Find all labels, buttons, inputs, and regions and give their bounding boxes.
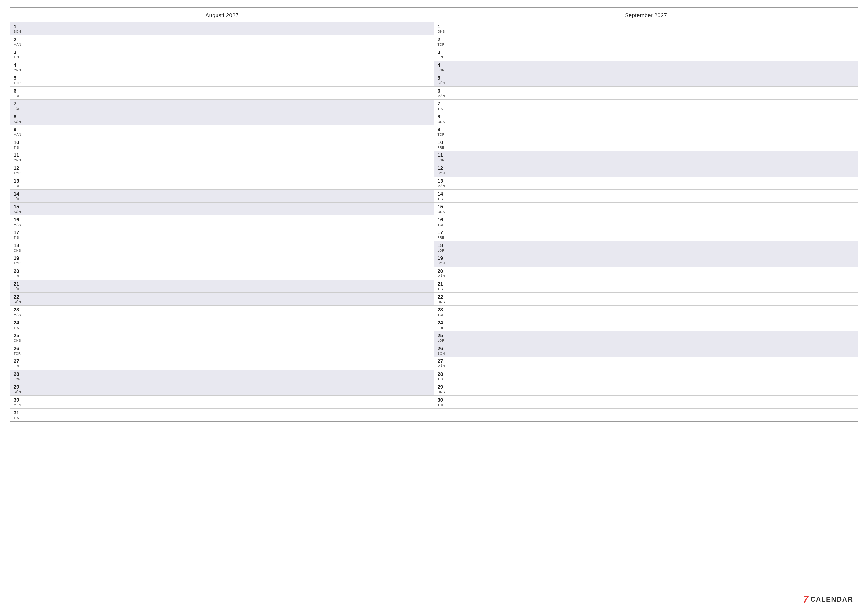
day-name: TIS [14, 56, 23, 59]
day-cell: 17 TIS [14, 230, 23, 239]
day-number: 13 [438, 178, 448, 184]
day-cell: 12 SÖN [438, 165, 448, 175]
day-name: MÅN [14, 133, 23, 137]
day-name: SÖN [438, 81, 448, 85]
day-number: 30 [438, 397, 448, 403]
day-name: FRE [438, 326, 448, 330]
day-name: MÅN [14, 313, 23, 317]
day-number: 15 [438, 204, 448, 210]
day-name: TOR [438, 133, 448, 137]
day-number: 20 [14, 268, 23, 274]
day-number: 21 [438, 281, 448, 287]
day-cell: 22 ONS [438, 294, 448, 304]
day-cell: 9 TOR [438, 127, 448, 137]
day-number: 26 [438, 346, 448, 351]
day-name: MÅN [14, 43, 23, 46]
day-number: 25 [14, 333, 23, 338]
day-number: 22 [14, 294, 23, 300]
september-day-row: 13 MÅN [434, 177, 858, 190]
day-name: ONS [438, 210, 448, 214]
day-name: MÅN [438, 274, 448, 278]
day-name: TOR [438, 223, 448, 227]
day-name: TIS [438, 287, 448, 291]
day-number: 10 [438, 140, 448, 145]
august-day-row: 11 ONS [10, 151, 434, 164]
page: Augusti 2027 1 SÖN 2 MÅN 3 TIS 4 ONS 5 [0, 0, 868, 614]
day-name: LÖR [14, 197, 23, 201]
day-name: ONS [14, 68, 23, 72]
day-number: 6 [438, 88, 448, 93]
day-number: 22 [438, 294, 448, 300]
day-name: TOR [438, 313, 448, 317]
day-cell: 4 ONS [14, 62, 23, 72]
august-day-row: 19 TOR [10, 254, 434, 267]
september-day-row: 3 FRE [434, 48, 858, 61]
day-cell: 11 LÖR [438, 152, 448, 162]
september-day-row: 25 LÖR [434, 331, 858, 344]
day-name: FRE [14, 274, 23, 278]
september-day-row: 16 TOR [434, 215, 858, 228]
august-day-row: 20 FRE [10, 267, 434, 280]
day-number: 2 [438, 37, 448, 42]
calendar-icon: 7 [803, 595, 808, 604]
day-number: 14 [438, 191, 448, 197]
september-day-row: 28 TIS [434, 370, 858, 383]
august-day-row: 27 FRE [10, 357, 434, 370]
august-calendar: Augusti 2027 1 SÖN 2 MÅN 3 TIS 4 ONS 5 [10, 8, 434, 422]
calendars-wrapper: Augusti 2027 1 SÖN 2 MÅN 3 TIS 4 ONS 5 [10, 8, 858, 422]
september-day-row: 6 MÅN [434, 87, 858, 99]
september-day-row: 22 ONS [434, 293, 858, 306]
day-name: SÖN [14, 30, 23, 33]
august-day-row: 25 ONS [10, 331, 434, 344]
august-day-row: 15 SÖN [10, 202, 434, 215]
day-cell: 26 TOR [14, 346, 23, 355]
day-cell: 13 FRE [14, 178, 23, 188]
september-day-row: 14 TIS [434, 190, 858, 202]
day-name: SÖN [14, 120, 23, 124]
day-cell: 14 LÖR [14, 191, 23, 201]
day-cell: 16 TOR [438, 217, 448, 227]
day-name: FRE [438, 236, 448, 239]
day-cell: 12 TOR [14, 165, 23, 175]
day-name: MÅN [438, 364, 448, 368]
day-name: FRE [14, 364, 23, 368]
day-cell: 25 LÖR [438, 333, 448, 342]
day-name: ONS [438, 390, 448, 394]
day-number: 5 [438, 75, 448, 81]
day-number: 16 [14, 217, 23, 222]
day-cell: 24 TIS [14, 320, 23, 330]
day-name: MÅN [438, 184, 448, 188]
day-number: 24 [14, 320, 23, 325]
day-name: TOR [14, 351, 23, 355]
day-number: 10 [14, 140, 23, 145]
day-number: 9 [14, 127, 23, 132]
day-name: LÖR [438, 249, 448, 252]
day-name: FRE [14, 94, 23, 98]
day-number: 2 [14, 37, 23, 42]
day-cell: 10 TIS [14, 140, 23, 149]
day-number: 21 [14, 281, 23, 287]
september-day-row: 8 ONS [434, 112, 858, 125]
august-day-row: 10 TIS [10, 138, 434, 151]
day-number: 26 [14, 346, 23, 351]
september-day-row: 18 LÖR [434, 241, 858, 254]
day-number: 23 [14, 307, 23, 312]
day-number: 18 [14, 242, 23, 248]
day-number: 19 [14, 255, 23, 261]
august-day-row: 22 SÖN [10, 293, 434, 306]
day-name: TIS [438, 377, 448, 381]
day-name: ONS [14, 159, 23, 162]
day-number: 5 [14, 75, 23, 81]
september-day-row: 19 SÖN [434, 254, 858, 267]
day-number: 13 [14, 178, 23, 184]
day-number: 7 [14, 101, 23, 106]
day-name: FRE [14, 184, 23, 188]
day-name: TIS [438, 107, 448, 111]
day-name: SÖN [438, 261, 448, 265]
august-day-row: 4 ONS [10, 61, 434, 74]
august-day-row: 7 LÖR [10, 99, 434, 112]
august-day-row: 14 LÖR [10, 190, 434, 202]
august-day-row: 23 MÅN [10, 306, 434, 319]
day-cell: 2 MÅN [14, 37, 23, 46]
day-name: ONS [438, 120, 448, 124]
